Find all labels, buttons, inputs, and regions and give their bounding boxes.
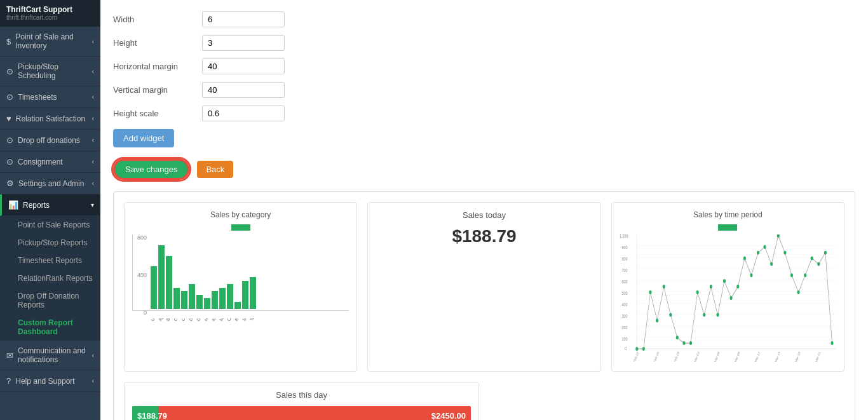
bar-label-10: Outdoor products [226, 318, 233, 322]
sidebar-item-timesheets[interactable]: ⊙ Timesheets ‹ [0, 86, 100, 108]
line-dot-26 [810, 257, 813, 261]
x-label-0: Feb 22 [632, 351, 639, 362]
chevron-right-icon: ‹ [92, 137, 94, 144]
x-label-12: Mar 06 [713, 351, 720, 362]
sales-this-day-title: Sales this day [132, 390, 471, 400]
vertical-margin-input[interactable] [202, 82, 285, 98]
bar-13 [250, 277, 256, 309]
height-scale-row: Height scale [113, 105, 855, 121]
sidebar-item-relation[interactable]: ♥ Relation Satisfaction ‹ [0, 108, 100, 130]
line-chart-svg: 1,000 900 800 700 600 500 400 300 200 10… [620, 234, 836, 362]
sales-by-category-widget: Sales by category 800 400 0 Uncategorize… [124, 202, 357, 372]
bar-label-2: Bedroom Furniture [165, 318, 172, 322]
sidebar-item-settings[interactable]: ⚙ Settings and Admin ‹ [0, 173, 100, 194]
sidebar-item-label: Help and Support [15, 377, 74, 386]
sidebar-item-help[interactable]: ? Help and Support ‹ [0, 370, 100, 392]
x-label-9: Mar 03 [693, 351, 700, 362]
bar-label-5: Dining room table [188, 318, 195, 322]
sales-today-label: Sales today [376, 210, 592, 220]
height-label: Height [113, 38, 202, 48]
sidebar-sub-item-relation-reports[interactable]: RelationRank Reports [0, 269, 100, 287]
progress-current-value: $188.79 [137, 411, 167, 421]
email-icon: ✉ [6, 351, 13, 360]
line-dot-2 [649, 290, 651, 294]
svg-text:700: 700 [621, 268, 627, 273]
sidebar-item-label: Communication and notifications [18, 346, 92, 364]
bar-9 [219, 288, 226, 309]
save-changes-button[interactable]: Save changes [113, 159, 189, 180]
line-dot-14 [729, 296, 732, 300]
line-dot-11 [709, 285, 712, 288]
vertical-margin-row: Vertical margin [113, 82, 855, 98]
legend-bar [231, 224, 250, 231]
brand-sub: thrift.thriftcart.com [6, 14, 94, 21]
back-button[interactable]: Back [197, 161, 233, 178]
sales-by-time-widget: Sales by time period 1,000 900 800 700 6… [611, 202, 844, 372]
width-input[interactable] [202, 11, 285, 27]
sidebar-sub-item-pos-reports[interactable]: Point of Sale Reports [0, 216, 100, 234]
sales-today-value: $188.79 [376, 226, 592, 247]
svg-text:0: 0 [625, 346, 627, 351]
sidebar-item-reports[interactable]: 📊 Reports ▾ [0, 194, 100, 216]
x-label-27: Mar 21 [814, 351, 821, 362]
dashboard-area: Sales by category 800 400 0 Uncategorize… [113, 191, 855, 420]
line-dot-20 [770, 262, 773, 266]
x-label-21: Mar 15 [774, 351, 781, 362]
line-dot-1 [642, 347, 644, 351]
add-widget-button[interactable]: Add widget [113, 129, 174, 147]
width-row: Width [113, 11, 855, 27]
x-label-6: Feb 28 [673, 351, 680, 362]
height-scale-input[interactable] [202, 105, 285, 121]
sidebar-item-consignment[interactable]: ⊙ Consignment ‹ [0, 151, 100, 173]
sidebar-item-pos[interactable]: $ Point of Sale and Inventory ‹ [0, 27, 100, 57]
height-input[interactable] [202, 35, 285, 51]
svg-text:400: 400 [621, 302, 627, 307]
progress-target-value: $2450.00 [431, 411, 466, 421]
sidebar-item-label: Consignment [18, 158, 63, 166]
line-dot-17 [750, 273, 752, 277]
bar-7 [204, 298, 210, 309]
chevron-right-icon: ‹ [92, 352, 94, 359]
chevron-right-icon: ‹ [92, 115, 94, 122]
sidebar-item-communication[interactable]: ✉ Communication and notifications ‹ [0, 341, 100, 370]
sidebar-item-label: Point of Sale and Inventory [15, 32, 92, 50]
main-content: Width Height Horizontal margin Vertical … [100, 0, 868, 420]
progress-track: $188.79 $2450.00 [132, 406, 471, 420]
svg-text:300: 300 [621, 313, 627, 318]
bar-label-3: Cabinets [173, 318, 180, 322]
sales-by-time-title: Sales by time period [620, 210, 836, 219]
sidebar-item-label: Reports [23, 201, 50, 210]
brand-name: ThriftCart Support [6, 5, 94, 14]
sales-by-category-legend [132, 224, 349, 231]
sidebar: ThriftCart Support thrift.thriftcart.com… [0, 0, 100, 420]
bar-chart-area: 800 400 0 [132, 234, 349, 317]
line-dot-12 [716, 313, 719, 317]
dollar-icon: $ [6, 37, 11, 46]
chevron-right-icon: ‹ [92, 158, 94, 165]
bar-label-row: UncategorizedAppliancesBedroom Furniture… [132, 318, 349, 324]
gear-icon: ⚙ [6, 179, 14, 188]
sidebar-item-label: Drop off donations [18, 136, 80, 145]
sidebar-sub-item-timesheet-reports[interactable]: Timesheet Reports [0, 252, 100, 269]
empty-widget [489, 382, 844, 420]
bar-5 [189, 284, 195, 309]
vertical-margin-label: Vertical margin [113, 85, 202, 95]
line-dot-23 [790, 273, 793, 277]
sidebar-item-dropoff[interactable]: ⊙ Drop off donations ‹ [0, 130, 100, 151]
sidebar-sub-item-dropoff-reports[interactable]: Drop Off Donation Reports [0, 287, 100, 314]
sidebar-sub-item-custom-report[interactable]: Custom Report Dashboard [0, 314, 100, 341]
line-dot-13 [723, 279, 726, 283]
line-dot-9 [696, 290, 698, 294]
line-dot-25 [804, 273, 806, 277]
bar-2 [166, 256, 172, 309]
sidebar-item-pickup[interactable]: ⊙ Pickup/Stop Scheduling ‹ [0, 57, 100, 86]
sidebar-sub-item-pickup-reports[interactable]: Pickup/Stop Reports [0, 234, 100, 252]
bar-10 [227, 284, 233, 309]
bar-label-11: Restocking Fee [234, 318, 241, 322]
sidebar-item-label: Timesheets [18, 93, 57, 102]
horizontal-margin-label: Horizontal margin [113, 62, 202, 71]
line-dot-10 [703, 313, 705, 317]
horizontal-margin-input[interactable] [202, 58, 285, 74]
bar-label-8: Kids Pants [211, 318, 218, 322]
bar-chart [132, 234, 349, 311]
